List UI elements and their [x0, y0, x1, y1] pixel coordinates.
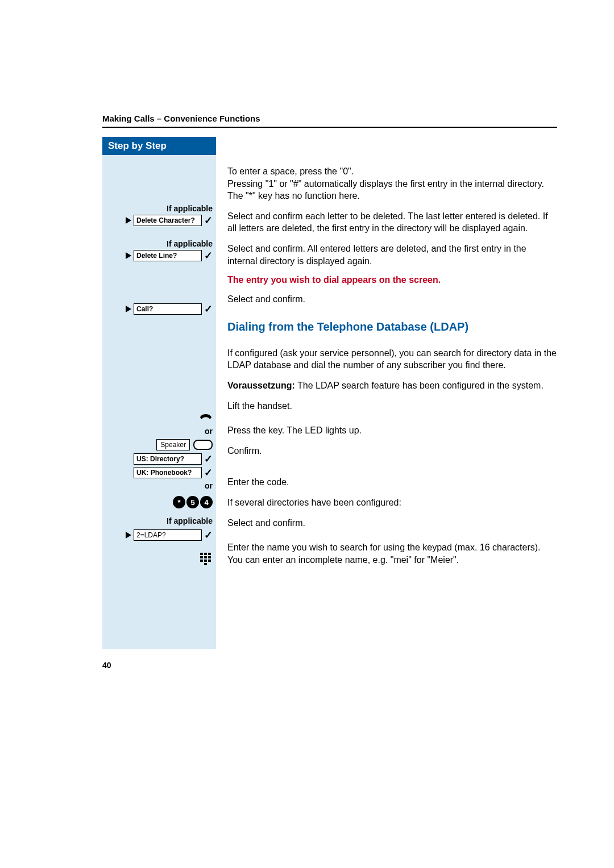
enter-name-text: Enter the name you wish to search for us…: [227, 541, 557, 566]
if-applicable-label-2: If applicable: [167, 239, 213, 248]
page-header: Making Calls – Convenience Functions: [102, 114, 557, 123]
check-icon: ✓: [204, 303, 213, 315]
or-label-1: or: [205, 427, 213, 436]
check-icon: ✓: [204, 214, 213, 227]
ldap-heading: Dialing from the Telephone Database (LDA…: [227, 320, 557, 333]
intro-text: To enter a space, press the "0". Pressin…: [227, 165, 557, 202]
lift-handset-text: Lift the handset.: [227, 400, 557, 412]
delete-line-text: Select and confirm. All entered letters …: [227, 243, 557, 267]
us-directory-option[interactable]: US: Directory?: [134, 453, 202, 465]
if-applicable-label-1: If applicable: [167, 204, 213, 213]
prereq-text: The LDAP search feature has been configu…: [295, 381, 544, 390]
handset-icon: [199, 411, 213, 423]
ldap-option[interactable]: 2=LDAP?: [134, 529, 202, 541]
key-4[interactable]: 4: [200, 496, 213, 508]
delete-char-text: Select and confirm each letter to be del…: [227, 210, 557, 235]
enter-code-text: Enter the code.: [227, 476, 557, 489]
or-label-2: or: [205, 481, 213, 490]
speaker-key-button[interactable]: [193, 440, 213, 450]
header-divider: [102, 127, 557, 128]
code-keys[interactable]: * 5 4: [173, 496, 213, 508]
check-icon: ✓: [204, 249, 213, 262]
step-by-step-header: Step by Step: [102, 137, 216, 155]
delete-line-option[interactable]: Delete Line?: [134, 250, 202, 261]
page-number: 40: [102, 661, 557, 670]
call-confirm-text: Select and confirm.: [227, 293, 557, 306]
triangle-icon: [126, 306, 131, 312]
check-icon: ✓: [204, 453, 213, 465]
left-column: If applicable Delete Character? ✓ If app…: [102, 155, 216, 649]
confirm-text: Confirm.: [227, 445, 557, 457]
delete-character-option[interactable]: Delete Character?: [134, 215, 202, 226]
right-column: To enter a space, press the "0". Pressin…: [216, 155, 557, 649]
triangle-icon: [126, 252, 131, 259]
prereq-label: Voraussetzung:: [227, 381, 295, 390]
ldap-intro: If configured (ask your service personne…: [227, 347, 557, 372]
ldap-prereq: Voraussetzung: The LDAP search feature h…: [227, 379, 557, 392]
speaker-key-label: Speaker: [156, 439, 190, 450]
select-confirm-ldap: Select and confirm.: [227, 517, 557, 529]
key-star[interactable]: *: [173, 496, 185, 508]
triangle-icon: [126, 532, 131, 539]
check-icon: ✓: [204, 466, 213, 479]
call-option[interactable]: Call?: [134, 303, 202, 315]
several-dirs-text: If several directories have been configu…: [227, 496, 557, 509]
triangle-icon: [126, 217, 131, 224]
press-key-text: Press the key. The LED lights up.: [227, 424, 557, 437]
keypad-icon: [200, 553, 213, 565]
uk-phonebook-option[interactable]: UK: Phonebook?: [134, 467, 202, 478]
check-icon: ✓: [204, 529, 213, 541]
if-applicable-label-3: If applicable: [167, 516, 213, 525]
key-5[interactable]: 5: [186, 496, 199, 508]
red-heading: The entry you wish to dial appears on th…: [227, 275, 557, 285]
